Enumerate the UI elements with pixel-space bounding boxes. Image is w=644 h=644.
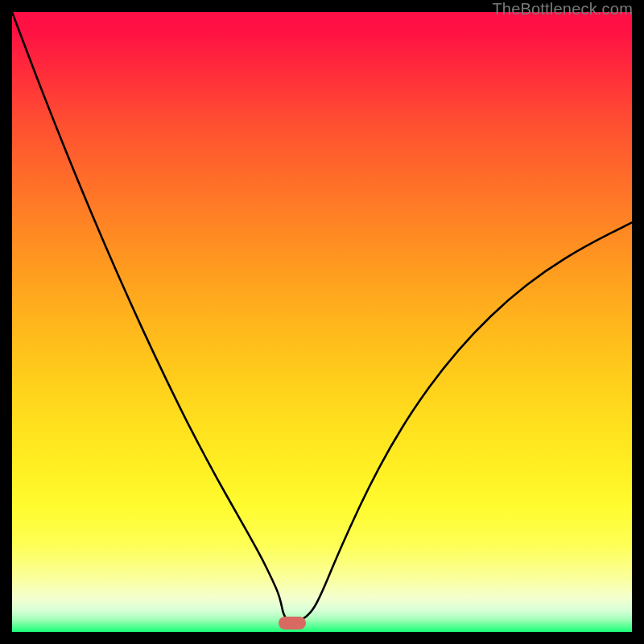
optimal-marker [279,617,306,630]
chart-stage: TheBottleneck.com [0,0,644,644]
chart-plot-area [12,12,632,632]
bottleneck-curve [12,12,632,632]
watermark-text: TheBottleneck.com [492,0,633,19]
curve-path [12,12,632,621]
